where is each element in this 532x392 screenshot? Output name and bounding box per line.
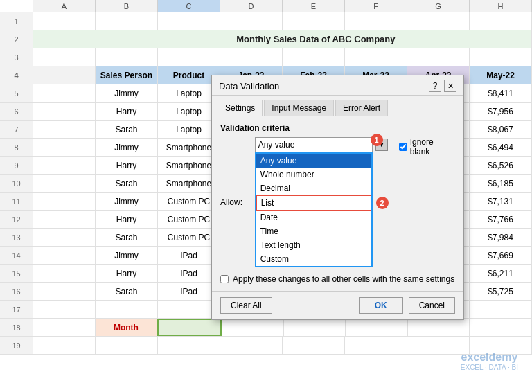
cell[interactable] <box>407 48 470 66</box>
cell-person: Harry <box>96 211 158 228</box>
row-num: 1 <box>0 12 33 30</box>
col-header-b: B <box>96 0 158 12</box>
cell[interactable] <box>33 84 96 102</box>
cell-may: $6,185 <box>470 175 532 192</box>
cell[interactable] <box>33 157 96 174</box>
cell-person: Jimmy <box>96 193 158 210</box>
cell[interactable] <box>33 139 96 156</box>
cell-person: Sarah <box>96 175 158 192</box>
dialog-controls: ? ✕ <box>429 80 456 92</box>
dropdown-item-any-value[interactable]: Any value <box>256 154 371 168</box>
cell[interactable] <box>33 229 96 246</box>
cell-may: $6,211 <box>470 265 532 282</box>
cell[interactable] <box>33 175 96 192</box>
cell[interactable] <box>345 48 407 66</box>
row-num: 18 <box>0 319 33 336</box>
row-num: 9 <box>0 157 33 174</box>
cell-may: $6,494 <box>470 139 532 156</box>
month-label: Month <box>96 319 158 336</box>
cell-person: Harry <box>96 157 158 174</box>
cell[interactable] <box>33 265 96 282</box>
cell[interactable] <box>158 12 220 30</box>
row-num: 2 <box>0 30 33 48</box>
cell-person: Harry <box>96 103 158 120</box>
cell[interactable] <box>33 121 96 138</box>
cell[interactable] <box>96 12 158 30</box>
cell[interactable] <box>33 12 96 30</box>
cell[interactable] <box>345 337 407 354</box>
tab-settings[interactable]: Settings <box>218 100 263 116</box>
row-num: 10 <box>0 175 33 192</box>
tab-error-alert[interactable]: Error Alert <box>335 100 388 116</box>
cell[interactable] <box>96 301 158 318</box>
cell[interactable] <box>284 319 346 336</box>
cell[interactable] <box>33 283 96 300</box>
dropdown-item-decimal[interactable]: Decimal <box>256 181 371 195</box>
row-num: 19 <box>0 337 33 354</box>
col-header-f: F <box>345 0 407 12</box>
row-num: 7 <box>0 121 33 138</box>
cell[interactable] <box>283 12 345 30</box>
cell[interactable] <box>33 319 96 336</box>
cell-may: $6,526 <box>470 157 532 174</box>
cell[interactable] <box>407 12 470 30</box>
ok-button[interactable]: OK <box>359 297 403 314</box>
cancel-button[interactable]: Cancel <box>409 297 455 314</box>
cell[interactable] <box>33 48 96 66</box>
cell[interactable] <box>33 193 96 210</box>
cell[interactable] <box>220 48 283 66</box>
cell-may: $5,725 <box>470 283 532 300</box>
cell[interactable] <box>470 319 532 336</box>
dropdown-item-whole-number[interactable]: Whole number <box>256 168 371 181</box>
watermark: exceldemy EXCEL · DATA · BI <box>461 351 518 371</box>
cell[interactable] <box>33 337 96 354</box>
row-num: 12 <box>0 211 33 228</box>
dialog-close-button[interactable]: ✕ <box>444 80 456 92</box>
cell[interactable] <box>470 48 532 66</box>
col-header-h: H <box>470 0 532 12</box>
ignore-blank-checkbox[interactable] <box>399 143 407 151</box>
row-num: 8 <box>0 139 33 156</box>
cell[interactable] <box>33 301 96 318</box>
apply-changes-row: Apply these changes to all other cells w… <box>220 274 455 284</box>
cell[interactable] <box>346 319 408 336</box>
allow-row: Allow: Any value ▼ 1 <box>220 137 455 267</box>
tab-input-message[interactable]: Input Message <box>264 100 334 116</box>
dropdown-item-time[interactable]: Time <box>256 224 371 238</box>
cell[interactable] <box>220 12 283 30</box>
cell[interactable] <box>283 337 345 354</box>
cell[interactable] <box>158 48 220 66</box>
cell-may: $7,956 <box>470 103 532 120</box>
apply-changes-checkbox[interactable] <box>220 275 229 283</box>
dropdown-arrow[interactable]: ▼ 1 <box>375 139 388 151</box>
spreadsheet: A B C D E F G H 1 2 Monthly Sales D <box>0 0 532 392</box>
cell[interactable] <box>33 247 96 264</box>
allow-dropdown[interactable]: Any value <box>255 137 373 152</box>
clear-all-button[interactable]: Clear All <box>220 297 272 314</box>
cell[interactable] <box>96 48 158 66</box>
cell[interactable] <box>33 103 96 120</box>
dropdown-item-text-length[interactable]: Text length <box>256 238 371 252</box>
cell[interactable] <box>470 12 532 30</box>
dialog-help-button[interactable]: ? <box>429 80 441 92</box>
cell[interactable] <box>33 211 96 228</box>
cell[interactable] <box>222 319 284 336</box>
cell[interactable] <box>470 301 532 318</box>
dropdown-item-list[interactable]: List 2 <box>256 195 371 211</box>
dropdown-item-custom[interactable]: Custom <box>256 252 371 266</box>
cell[interactable] <box>33 30 100 48</box>
cell-person: Sarah <box>96 121 158 138</box>
cell[interactable] <box>283 48 345 66</box>
cell[interactable] <box>158 337 220 354</box>
cell[interactable] <box>345 12 407 30</box>
cell[interactable] <box>220 337 283 354</box>
cell[interactable] <box>408 319 470 336</box>
apply-changes-label: Apply these changes to all other cells w… <box>233 274 454 284</box>
ignore-blank-label: Ignore blank <box>410 137 455 157</box>
col-sales-person: Sales Person <box>96 66 158 84</box>
month-input[interactable] <box>157 319 222 336</box>
dropdown-item-date[interactable]: Date <box>256 211 371 224</box>
watermark-sub: EXCEL · DATA · BI <box>461 364 518 371</box>
cell[interactable] <box>96 337 158 354</box>
dialog-body: Validation criteria Allow: Any value ▼ 1 <box>212 116 463 291</box>
